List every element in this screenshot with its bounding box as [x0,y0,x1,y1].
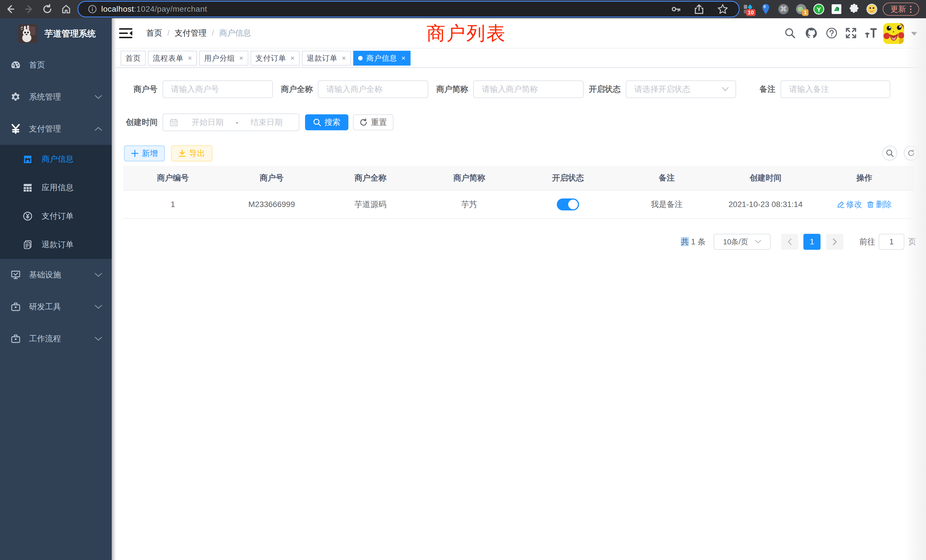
pagination-prev-button[interactable] [781,234,798,250]
github-icon[interactable] [803,18,819,48]
font-size-icon[interactable] [862,18,878,48]
app-logo[interactable]: 芋道管理系统 [0,18,112,49]
profile-emoji-icon[interactable] [866,3,878,15]
sidebar-submenu-pay: 商户信息 应用信息 支付订单 退款订单 [0,145,112,259]
bookmark-star-icon[interactable] [717,3,728,15]
delete-link-label: 删除 [876,199,892,210]
close-icon[interactable]: × [342,54,346,62]
col-merchant-no: 商户号 [222,173,321,183]
browser-address-bar[interactable]: localhost:1024/pay/merchant [77,1,740,17]
pagination-total-highlight: 共 [681,237,689,246]
extension-doc-icon[interactable] [831,3,842,15]
breadcrumb-current: 商户信息 [219,28,251,38]
tags-view-bar: 首页 流程表单× 用户分组× 支付订单× 退款订单× 商户信息× [115,48,926,68]
share-icon[interactable] [694,4,705,15]
remark-input[interactable] [781,80,890,98]
close-icon[interactable]: × [291,54,295,62]
password-key-icon[interactable] [670,4,681,15]
avatar-caret-icon[interactable] [911,32,917,36]
merchant-no-label: 商户号 [89,80,157,98]
search-button[interactable]: 搜索 [305,114,348,130]
browser-back-button[interactable] [3,0,18,18]
chevron-down-icon [95,336,102,342]
sidebar-item-devtools[interactable]: 研发工具 [0,291,112,323]
yen-circle-icon [23,212,32,221]
pagination-goto-label: 前往 [859,234,875,250]
sidebar-item-pay-order[interactable]: 支付订单 [0,202,112,230]
show-search-toggle-button[interactable] [882,146,897,160]
site-info-icon[interactable] [88,4,97,14]
briefcase-icon [11,303,21,311]
pagination-page-1[interactable]: 1 [803,234,820,250]
page-size-value: 10条/页 [723,237,748,247]
tag-tab-home[interactable]: 首页 [121,51,146,65]
create-time-range-picker[interactable]: 开始日期 - 结束日期 [162,114,300,131]
header-search-icon[interactable] [782,18,798,48]
status-toggle[interactable] [557,198,579,210]
cell-status [519,198,617,210]
help-icon[interactable] [824,18,840,48]
dashboard-icon [11,61,21,69]
browser-menu-icon[interactable] [910,6,911,13]
browser-home-button[interactable] [59,0,74,18]
col-short-name: 商户简称 [420,173,519,183]
chevron-left-icon [787,238,793,245]
tag-tab-pay-order[interactable]: 支付订单× [251,51,300,65]
edit-link-label: 修改 [846,199,862,210]
sidebar-item-infra[interactable]: 基础设施 [0,259,112,291]
update-label: 更新 [891,4,906,14]
page-scrollbar-gutter [904,18,926,560]
extension-pin-icon[interactable] [760,3,772,15]
close-icon[interactable]: × [401,54,406,62]
sidebar-item-refund-order[interactable]: 退款订单 [0,230,112,259]
extension-tabs-icon[interactable]: 10 [742,3,754,15]
refresh-table-button[interactable] [904,146,918,160]
tag-tab-merchant-info[interactable]: 商户信息× [353,51,410,65]
browser-forward-button[interactable] [22,0,36,18]
tag-tab-refund-order[interactable]: 退款订单× [302,51,351,65]
user-avatar[interactable] [883,23,904,44]
fullscreen-icon[interactable] [843,18,859,48]
sidebar-item-app-info[interactable]: 应用信息 [0,173,112,202]
breadcrumb-home[interactable]: 首页 [146,28,162,38]
sidebar-item-label: 工作流程 [29,333,61,344]
sidebar-item-home[interactable]: 首页 [0,49,112,81]
sidebar-item-label: 系统管理 [29,92,61,102]
extension-command-icon[interactable]: ⌘ [778,3,789,15]
page-size-select[interactable]: 10条/页 [714,234,771,250]
export-button[interactable]: 导出 [171,145,212,161]
sidebar-item-label: 应用信息 [42,182,74,193]
date-separator: - [234,118,240,127]
sidebar-item-workflow[interactable]: 工作流程 [0,323,112,355]
trash-icon [867,201,874,208]
col-merchant-id: 商户编号 [123,173,222,183]
browser-reload-button[interactable] [40,0,55,18]
breadcrumb-pay[interactable]: 支付管理 [175,28,207,38]
add-button[interactable]: 新增 [124,145,165,161]
pagination-goto-input[interactable]: 1 [879,234,904,250]
tag-tab-process-form[interactable]: 流程表单× [148,51,197,65]
extension-proxy-icon[interactable]: 1 [796,3,807,15]
edit-link[interactable]: 修改 [837,199,862,210]
extension-y-icon[interactable]: Y [813,3,825,15]
tag-tab-user-group[interactable]: 用户分组× [199,51,248,65]
extension-badge: 1 [802,9,808,16]
reset-button[interactable]: 重置 [353,114,393,130]
active-dot [358,56,363,61]
end-date-placeholder[interactable]: 结束日期 [240,117,293,128]
sidebar-item-merchant-info[interactable]: 商户信息 [0,145,112,173]
browser-update-button[interactable]: 更新 [883,3,919,16]
export-button-label: 导出 [189,148,205,159]
sidebar-collapse-icon[interactable] [119,28,133,39]
tab-label: 用户分组 [204,53,235,63]
table-header-row: 商户编号 商户号 商户全称 商户简称 开启状态 备注 创建时间 操作 [123,166,914,191]
breadcrumb-separator: / [167,29,169,38]
delete-link[interactable]: 删除 [867,199,892,210]
pagination-next-button[interactable] [826,234,843,250]
download-icon [179,150,186,157]
extensions-puzzle-icon[interactable] [849,3,860,15]
start-date-placeholder[interactable]: 开始日期 [181,117,234,128]
close-icon[interactable]: × [188,54,192,62]
close-icon[interactable]: × [239,54,244,62]
cell-merchant-id: 1 [123,200,222,209]
